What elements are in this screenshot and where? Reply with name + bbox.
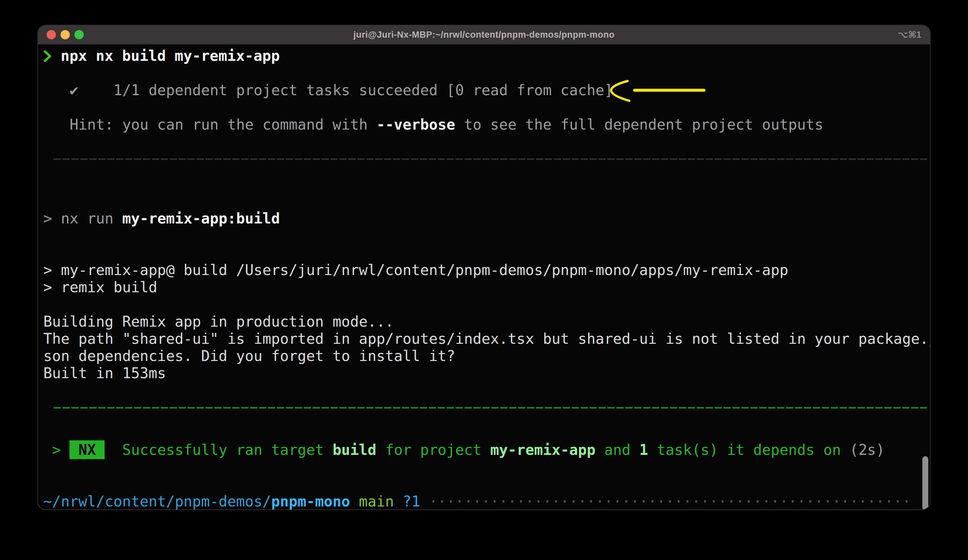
task-summary-line: ✔ 1/1 dependent project tasks succeeded … — [43, 82, 930, 99]
separator-line — [43, 159, 930, 175]
terminal-window: juri@Juri-Nx-MBP:~/nrwl/content/pnpm-dem… — [37, 25, 931, 510]
annotation-arrow-icon — [609, 78, 708, 107]
scrollbar-thumb[interactable] — [922, 456, 928, 510]
verbose-flag: --verbose — [376, 116, 455, 133]
prompt-path-line: ~/nrwl/content/pnpm-demos/pnpm-mono main… — [43, 493, 930, 510]
build-output-line: son dependencies. Did you forget to inst… — [43, 347, 930, 365]
build-output-line: Building Remix app in production mode... — [43, 313, 930, 330]
titlebar[interactable]: juri@Juri-Nx-MBP:~/nrwl/content/pnpm-dem… — [38, 25, 930, 45]
package-script-line: > my-remix-app@ build /Users/juri/nrwl/c… — [43, 261, 930, 279]
run-target: my-remix-app:build — [122, 210, 280, 227]
git-status: ?1 — [403, 493, 420, 510]
success-project: my-remix-app — [490, 441, 595, 458]
nx-run-line: > nx run my-remix-app:build — [43, 210, 930, 227]
blank-line — [43, 64, 930, 82]
success-task-count: 1 — [639, 441, 648, 458]
blank-line — [43, 296, 930, 313]
hint-line: Hint: you can run the command with --ver… — [43, 116, 930, 133]
nx-badge: NX — [70, 440, 104, 459]
terminal-output[interactable]: npx nx build my-remix-app ✔ 1/1 dependen… — [38, 45, 930, 510]
dashed-divider-green — [54, 407, 927, 409]
blank-line — [43, 476, 930, 493]
blank-line — [43, 99, 930, 116]
command-text: npx nx build my-remix-app — [52, 47, 280, 64]
dashed-divider — [54, 159, 927, 160]
blank-line — [43, 133, 930, 150]
separator-line-green — [43, 407, 930, 424]
window-title: juri@Juri-Nx-MBP:~/nrwl/content/pnpm-dem… — [38, 25, 930, 44]
blank-line — [43, 382, 930, 399]
prompt-path: ~/nrwl/content/pnpm-demos/ — [43, 493, 271, 510]
prompt-fill-dots: ········································… — [420, 493, 911, 510]
blank-line — [43, 175, 930, 193]
tab-shortcut-hint: ⌥⌘1 — [898, 25, 922, 44]
build-output-line: The path "shared-ui" is imported in app/… — [43, 330, 930, 347]
success-line: > NX Successfully ran target build for p… — [43, 441, 930, 459]
prompt-dir: pnpm-mono — [271, 493, 350, 510]
blank-line — [43, 459, 930, 476]
blank-line — [43, 227, 930, 244]
git-branch: main — [359, 493, 394, 510]
blank-line — [43, 193, 930, 210]
success-target: build — [333, 441, 376, 458]
build-output-line: Built in 153ms — [43, 365, 930, 382]
remix-command-line: > remix build — [43, 279, 930, 296]
success-duration: (2s) — [850, 441, 885, 458]
command-line: npx nx build my-remix-app — [43, 47, 930, 64]
desktop: juri@Juri-Nx-MBP:~/nrwl/content/pnpm-dem… — [0, 0, 968, 560]
prompt-chevron-icon — [43, 50, 52, 63]
blank-line — [43, 424, 930, 441]
blank-line — [43, 244, 930, 261]
